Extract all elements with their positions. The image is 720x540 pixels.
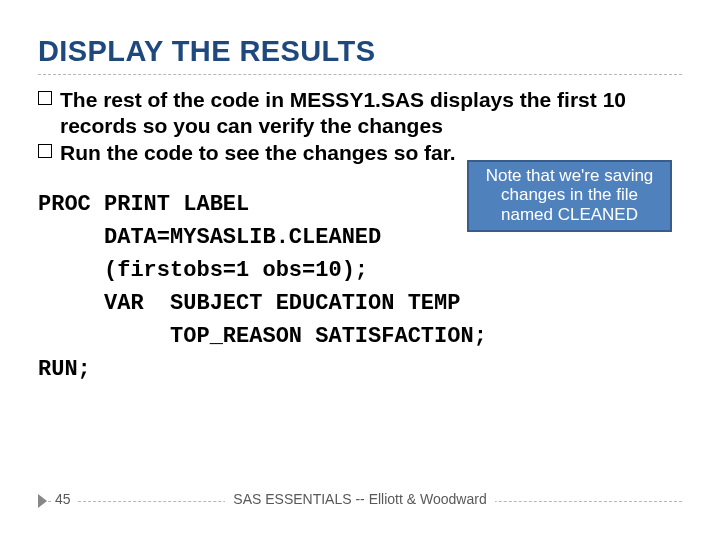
callout-note: Note that we're saving changes in the fi… — [467, 160, 672, 233]
code-block: Note that we're saving changes in the fi… — [38, 188, 682, 386]
footer-text: SAS ESSENTIALS -- Elliott & Woodward — [0, 491, 720, 507]
bullet-text: The rest of the code in MESSY1.SAS displ… — [60, 88, 626, 137]
code-line: (firstobs=1 obs=10); — [38, 254, 682, 287]
footer: 45 SAS ESSENTIALS -- Elliott & Woodward — [0, 490, 720, 530]
slide-title: DISPLAY THE RESULTS — [38, 35, 682, 75]
slide: DISPLAY THE RESULTS The rest of the code… — [0, 0, 720, 540]
bullet-square-icon — [38, 144, 52, 158]
code-line: VAR SUBJECT EDUCATION TEMP — [38, 287, 682, 320]
code-line: RUN; — [38, 353, 682, 386]
bullet-text: Run the code to see the changes so far. — [60, 141, 456, 164]
code-line: TOP_REASON SATISFACTION; — [38, 320, 682, 353]
bullet-square-icon — [38, 91, 52, 105]
bullet-item: The rest of the code in MESSY1.SAS displ… — [38, 87, 682, 138]
body-text: The rest of the code in MESSY1.SAS displ… — [38, 87, 682, 166]
